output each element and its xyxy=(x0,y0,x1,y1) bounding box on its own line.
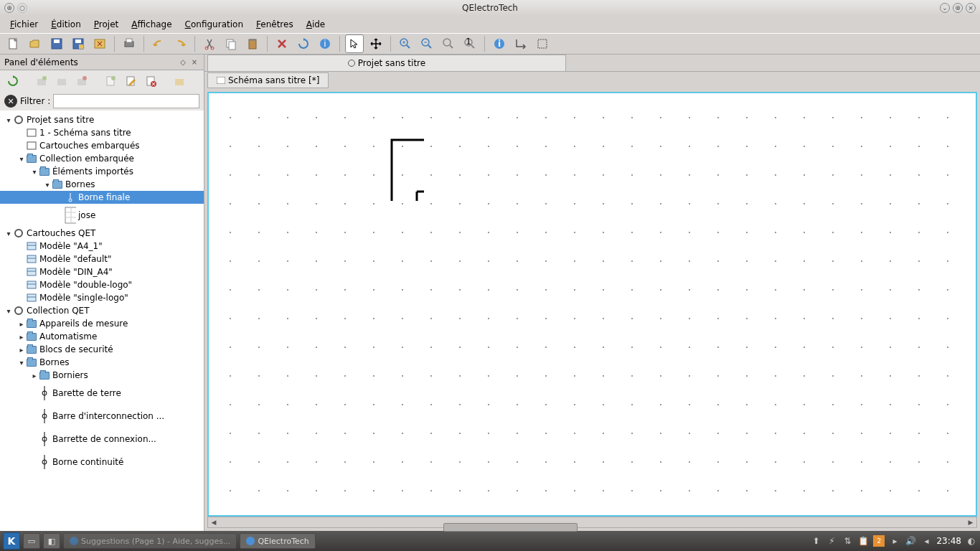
tree-item[interactable]: Barre d'interconnection ... xyxy=(0,405,204,428)
tree-item-label: Barre d'interconnection ... xyxy=(52,411,164,421)
delete-element-button[interactable] xyxy=(142,72,159,90)
new-button[interactable] xyxy=(4,34,23,53)
undo-button[interactable] xyxy=(149,34,168,53)
redo-button[interactable] xyxy=(171,34,189,53)
tree-item[interactable]: ▸Blocs de securité xyxy=(0,343,204,356)
import-button[interactable] xyxy=(171,72,188,90)
taskbar-task[interactable]: QElectroTech xyxy=(240,533,315,549)
delete-button[interactable] xyxy=(273,34,291,53)
schematic-canvas[interactable] xyxy=(207,92,977,517)
tree-item[interactable]: ▾Collection embarquée xyxy=(0,152,204,165)
select-tool[interactable] xyxy=(345,34,364,53)
svg-rect-62 xyxy=(27,281,36,288)
svg-rect-6 xyxy=(79,44,83,49)
tree-item[interactable]: Modèle "A4_1" xyxy=(0,240,204,253)
save-as-button[interactable] xyxy=(69,34,88,53)
properties-button[interactable]: i xyxy=(316,34,334,53)
panel-float-button[interactable]: ◇ xyxy=(178,57,188,67)
zoom-reset-button[interactable]: 1 xyxy=(461,34,479,53)
move-tool[interactable] xyxy=(367,34,385,53)
tree-item[interactable]: Cartouches embarqués xyxy=(0,139,204,152)
tree-item[interactable]: 1 - Schéma sans titre xyxy=(0,126,204,139)
tree-item[interactable]: ▾Collection QET xyxy=(0,304,204,317)
add-column-button[interactable] xyxy=(533,34,552,53)
menu-édition[interactable]: Édition xyxy=(45,18,87,31)
tree-item[interactable]: Borne continuité xyxy=(0,451,204,474)
tray-volume-icon[interactable]: 🔊 xyxy=(905,535,916,547)
cut-button[interactable] xyxy=(200,34,219,53)
zoom-fit-button[interactable] xyxy=(439,34,458,53)
menu-aide[interactable]: Aide xyxy=(301,18,331,31)
tree-item[interactable]: Modèle "double-logo" xyxy=(0,278,204,291)
tree-item-label: Barette de terre xyxy=(52,388,121,398)
menu-fenêtres[interactable]: Fenêtres xyxy=(250,18,299,31)
tray-chevron-icon[interactable]: ◂ xyxy=(920,535,932,547)
menu-fichier[interactable]: Fichier xyxy=(4,18,44,31)
copy-button[interactable] xyxy=(222,34,240,53)
tree-item[interactable]: ▸Borniers xyxy=(0,369,204,382)
tree-item-label: Modèle "double-logo" xyxy=(39,280,132,290)
tree-item[interactable]: ▾Projet sans titre xyxy=(0,113,204,126)
edit-element-button[interactable] xyxy=(122,72,139,90)
paste-button[interactable] xyxy=(243,34,262,53)
rotate-button[interactable] xyxy=(294,34,313,53)
tree-item[interactable]: Barrette de connexion... xyxy=(0,428,204,451)
tray-updates-icon[interactable]: ⬆ xyxy=(810,535,821,547)
info-button[interactable]: i xyxy=(490,34,509,53)
schema-tab[interactable]: Schéma sans titre [*] xyxy=(207,72,329,88)
tree-item[interactable]: Barette de terre xyxy=(0,382,204,405)
open-button[interactable] xyxy=(26,34,44,53)
tray-expand-icon[interactable]: ▸ xyxy=(889,535,900,547)
tray-battery-icon[interactable]: ⚡ xyxy=(826,535,837,547)
tree-item[interactable]: ▾Éléments importés xyxy=(0,165,204,178)
tree-item-label: Borne finale xyxy=(78,192,130,202)
panel-titlebar: Panel d'éléments ◇ × xyxy=(0,55,204,70)
new-category-button[interactable] xyxy=(33,72,50,90)
panel-toolbar xyxy=(0,70,204,92)
reload-button[interactable] xyxy=(4,72,22,90)
edit-category-button[interactable] xyxy=(53,72,70,90)
horizontal-scrollbar[interactable]: ◀ ▶ xyxy=(207,517,977,528)
tree-item[interactable]: Borne finale xyxy=(0,191,204,204)
taskbar-task[interactable]: Suggestions (Page 1) - Aide, sugges... xyxy=(63,533,237,549)
tree-item-label: 1 - Schéma sans titre xyxy=(39,128,131,138)
new-element-button[interactable] xyxy=(102,72,119,90)
clock[interactable]: 23:48 xyxy=(936,536,961,546)
menu-affichage[interactable]: Affichage xyxy=(126,18,177,31)
save-button[interactable] xyxy=(47,34,66,53)
tray-cashew-icon[interactable]: ◐ xyxy=(966,535,977,547)
tree-item[interactable]: ▾Bornes xyxy=(0,178,204,191)
zoom-out-button[interactable] xyxy=(418,34,436,53)
menu-configuration[interactable]: Configuration xyxy=(179,18,249,31)
activities-button[interactable]: ◧ xyxy=(43,533,60,549)
project-tab[interactable]: Projet sans titre xyxy=(207,55,566,71)
filter-input[interactable] xyxy=(53,94,199,108)
clear-filter-button[interactable]: ✕ xyxy=(4,95,17,108)
zoom-in-button[interactable] xyxy=(396,34,415,53)
main-toolbar: × i 1 i xyxy=(0,33,980,55)
tree-item[interactable]: ▾Bornes xyxy=(0,356,204,369)
scroll-right-button[interactable]: ▶ xyxy=(965,517,976,527)
elements-tree[interactable]: ▾Projet sans titre1 - Schéma sans titreC… xyxy=(0,110,204,531)
close-file-button[interactable]: × xyxy=(90,34,109,53)
tray-app-icon[interactable]: 2 xyxy=(873,535,885,547)
tree-item[interactable]: ▸Automatisme xyxy=(0,330,204,343)
tree-item[interactable]: ▾Cartouches QET xyxy=(0,227,204,240)
delete-category-button[interactable] xyxy=(73,72,90,90)
tree-item[interactable]: Modèle "single-logo" xyxy=(0,291,204,304)
kde-menu-button[interactable]: K xyxy=(3,532,20,550)
add-row-button[interactable] xyxy=(512,34,530,53)
tree-item[interactable]: ▸Appareils de mesure xyxy=(0,317,204,330)
tray-clipboard-icon[interactable]: 📋 xyxy=(857,535,869,547)
filter-label: Filtrer : xyxy=(20,96,50,106)
print-button[interactable] xyxy=(120,34,138,53)
tree-item[interactable]: jose xyxy=(0,204,204,227)
scroll-left-button[interactable]: ◀ xyxy=(208,517,220,527)
tree-item-label: Cartouches embarqués xyxy=(39,141,140,151)
show-desktop-button[interactable]: ▭ xyxy=(23,533,40,549)
tree-item[interactable]: Modèle "default" xyxy=(0,253,204,265)
tray-network-icon[interactable]: ⇅ xyxy=(842,535,853,547)
panel-close-button[interactable]: × xyxy=(189,57,199,67)
tree-item[interactable]: Modèle "DIN_A4" xyxy=(0,265,204,278)
menu-projet[interactable]: Projet xyxy=(88,18,124,31)
